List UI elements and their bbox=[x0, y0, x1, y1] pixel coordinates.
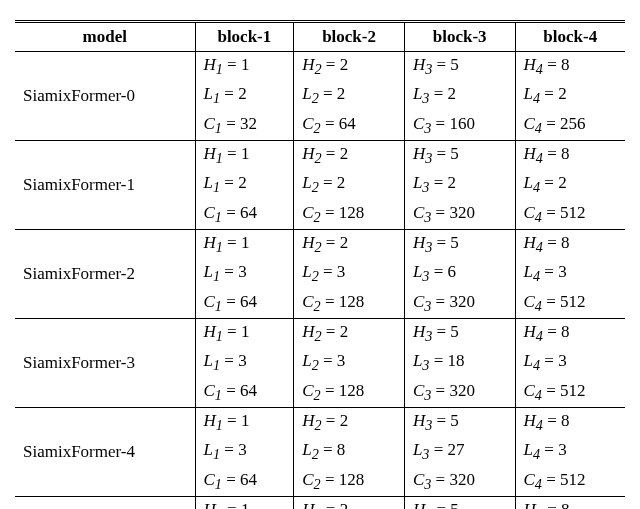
param-cell: C3 = 320 bbox=[404, 378, 515, 408]
param-cell: L2 = 8 bbox=[294, 437, 405, 466]
header-block-3: block-3 bbox=[404, 22, 515, 52]
param-cell: H4 = 8 bbox=[515, 52, 625, 82]
param-cell: C1 = 64 bbox=[195, 378, 294, 408]
param-cell: L3 = 2 bbox=[404, 170, 515, 199]
param-cell: C1 = 64 bbox=[195, 467, 294, 497]
param-cell: H2 = 2 bbox=[294, 141, 405, 171]
param-cell: H1 = 1 bbox=[195, 408, 294, 438]
param-cell: H2 = 2 bbox=[294, 408, 405, 438]
param-cell: L4 = 3 bbox=[515, 259, 625, 288]
param-cell: L1 = 3 bbox=[195, 437, 294, 466]
header-block-1: block-1 bbox=[195, 22, 294, 52]
table-row: SiamixFormer-1H1 = 1H2 = 2H3 = 5H4 = 8 bbox=[15, 141, 625, 171]
param-cell: H4 = 8 bbox=[515, 319, 625, 349]
param-cell: L3 = 27 bbox=[404, 437, 515, 466]
param-cell: L2 = 3 bbox=[294, 348, 405, 377]
hyperparameter-table: model block-1 block-2 block-3 block-4 Si… bbox=[15, 20, 625, 509]
param-cell: H3 = 5 bbox=[404, 141, 515, 171]
param-cell: C3 = 320 bbox=[404, 289, 515, 319]
param-cell: C2 = 128 bbox=[294, 378, 405, 408]
param-cell: C2 = 64 bbox=[294, 111, 405, 141]
param-cell: H1 = 1 bbox=[195, 52, 294, 82]
param-cell: L4 = 2 bbox=[515, 170, 625, 199]
header-block-4: block-4 bbox=[515, 22, 625, 52]
param-cell: H2 = 2 bbox=[294, 497, 405, 509]
table-row: SiamixFormer-4H1 = 1H2 = 2H3 = 5H4 = 8 bbox=[15, 408, 625, 438]
param-cell: L4 = 3 bbox=[515, 437, 625, 466]
header-model: model bbox=[15, 22, 195, 52]
param-cell: L1 = 2 bbox=[195, 81, 294, 110]
param-cell: H1 = 1 bbox=[195, 141, 294, 171]
param-cell: C2 = 128 bbox=[294, 289, 405, 319]
param-cell: C1 = 64 bbox=[195, 289, 294, 319]
param-cell: C3 = 320 bbox=[404, 200, 515, 230]
model-name: SiamixFormer-3 bbox=[15, 319, 195, 408]
header-row: model block-1 block-2 block-3 block-4 bbox=[15, 22, 625, 52]
model-name: SiamixFormer-2 bbox=[15, 230, 195, 319]
table-row: SiamixFormer-5H1 = 1H2 = 2H3 = 5H4 = 8 bbox=[15, 497, 625, 509]
param-cell: L4 = 2 bbox=[515, 81, 625, 110]
param-cell: H1 = 1 bbox=[195, 319, 294, 349]
param-cell: H3 = 5 bbox=[404, 230, 515, 260]
param-cell: C4 = 512 bbox=[515, 200, 625, 230]
param-cell: L1 = 3 bbox=[195, 259, 294, 288]
param-cell: L2 = 2 bbox=[294, 170, 405, 199]
param-cell: H4 = 8 bbox=[515, 141, 625, 171]
param-cell: C2 = 128 bbox=[294, 200, 405, 230]
param-cell: H1 = 1 bbox=[195, 230, 294, 260]
param-cell: C4 = 512 bbox=[515, 467, 625, 497]
model-name: SiamixFormer-0 bbox=[15, 52, 195, 141]
header-block-2: block-2 bbox=[294, 22, 405, 52]
param-cell: H3 = 5 bbox=[404, 408, 515, 438]
param-cell: L1 = 3 bbox=[195, 348, 294, 377]
param-cell: H3 = 5 bbox=[404, 497, 515, 509]
param-cell: H4 = 8 bbox=[515, 408, 625, 438]
param-cell: H2 = 2 bbox=[294, 319, 405, 349]
table-row: SiamixFormer-2H1 = 1H2 = 2H3 = 5H4 = 8 bbox=[15, 230, 625, 260]
param-cell: C4 = 512 bbox=[515, 378, 625, 408]
param-cell: L2 = 2 bbox=[294, 81, 405, 110]
table-row: SiamixFormer-0H1 = 1H2 = 2H3 = 5H4 = 8 bbox=[15, 52, 625, 82]
param-cell: C2 = 128 bbox=[294, 467, 405, 497]
param-cell: H2 = 2 bbox=[294, 52, 405, 82]
param-cell: L3 = 18 bbox=[404, 348, 515, 377]
param-cell: C1 = 64 bbox=[195, 200, 294, 230]
model-name: SiamixFormer-4 bbox=[15, 408, 195, 497]
param-cell: C3 = 160 bbox=[404, 111, 515, 141]
param-cell: L1 = 2 bbox=[195, 170, 294, 199]
param-cell: L3 = 6 bbox=[404, 259, 515, 288]
param-cell: C1 = 32 bbox=[195, 111, 294, 141]
param-cell: L4 = 3 bbox=[515, 348, 625, 377]
param-cell: C4 = 512 bbox=[515, 289, 625, 319]
param-cell: H4 = 8 bbox=[515, 497, 625, 509]
model-name: SiamixFormer-1 bbox=[15, 141, 195, 230]
param-cell: H1 = 1 bbox=[195, 497, 294, 509]
param-cell: C4 = 256 bbox=[515, 111, 625, 141]
param-cell: H4 = 8 bbox=[515, 230, 625, 260]
param-cell: L2 = 3 bbox=[294, 259, 405, 288]
param-cell: H3 = 5 bbox=[404, 319, 515, 349]
model-name: SiamixFormer-5 bbox=[15, 497, 195, 509]
param-cell: L3 = 2 bbox=[404, 81, 515, 110]
param-cell: H2 = 2 bbox=[294, 230, 405, 260]
param-cell: C3 = 320 bbox=[404, 467, 515, 497]
table-body: SiamixFormer-0H1 = 1H2 = 2H3 = 5H4 = 8L1… bbox=[15, 52, 625, 510]
param-cell: H3 = 5 bbox=[404, 52, 515, 82]
table-row: SiamixFormer-3H1 = 1H2 = 2H3 = 5H4 = 8 bbox=[15, 319, 625, 349]
